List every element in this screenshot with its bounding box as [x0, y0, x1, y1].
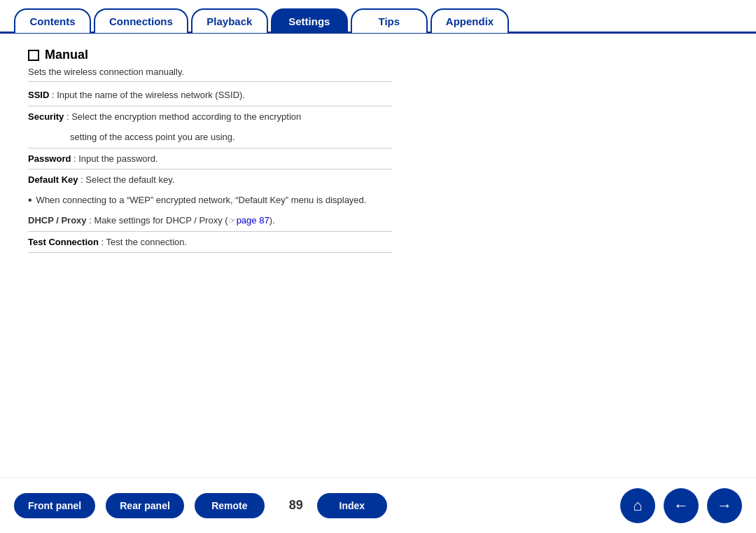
navigation-tabs: Contents Connections Playback Settings T…: [0, 0, 756, 34]
tab-connections[interactable]: Connections: [94, 8, 188, 33]
default-key-row: Default Key : Select the default key.: [28, 169, 392, 191]
page-title: Manual: [28, 48, 392, 62]
password-row: Password : Input the password.: [28, 148, 392, 170]
security-row: Security : Select the encryption method …: [28, 106, 392, 127]
dhcp-text: : Make settings for DHCP / Proxy (: [87, 215, 228, 226]
bottom-bar: Front panel Rear panel Remote 89 Index ⌂…: [0, 477, 756, 533]
tab-settings[interactable]: Settings: [271, 8, 348, 33]
page-number: 89: [289, 498, 303, 513]
rear-panel-button[interactable]: Rear panel: [106, 493, 184, 518]
tab-contents[interactable]: Contents: [14, 8, 91, 33]
security-label: Security: [28, 111, 64, 122]
tab-tips[interactable]: Tips: [351, 8, 428, 33]
forward-icon: →: [717, 497, 732, 515]
page-icon: ☞: [228, 215, 235, 227]
checkbox-icon: [28, 50, 39, 61]
back-button[interactable]: ←: [664, 488, 699, 523]
remote-button[interactable]: Remote: [195, 493, 265, 518]
subtitle: Sets the wireless connection manually.: [28, 67, 392, 82]
dhcp-link[interactable]: page 87: [237, 215, 270, 226]
dhcp-close: ).: [270, 215, 275, 226]
bottom-right-icons: ⌂ ← →: [620, 488, 742, 523]
password-text: : Input the password.: [71, 153, 158, 164]
main-content: Manual Sets the wireless connection manu…: [0, 34, 420, 267]
default-key-text: : Select the default key.: [78, 174, 175, 185]
ssid-row: SSID : Input the name of the wireless ne…: [28, 85, 392, 106]
bullet-icon: •: [28, 193, 32, 208]
dhcp-row: DHCP / Proxy : Make settings for DHCP / …: [28, 210, 392, 232]
test-connection-label: Test Connection: [28, 237, 99, 247]
home-button[interactable]: ⌂: [620, 488, 655, 523]
bullet-text: When connecting to a “WEP” encrypted net…: [36, 193, 367, 207]
tab-appendix[interactable]: Appendix: [430, 8, 509, 33]
index-button[interactable]: Index: [317, 493, 387, 518]
security-text2: setting of the access point you are usin…: [28, 127, 392, 148]
forward-button[interactable]: →: [707, 488, 742, 523]
ssid-text: : Input the name of the wireless network…: [49, 90, 245, 100]
bullet-row: • When connecting to a “WEP” encrypted n…: [28, 191, 392, 211]
ssid-label: SSID: [28, 90, 49, 100]
home-icon: ⌂: [633, 497, 642, 515]
password-label: Password: [28, 153, 71, 164]
test-connection-text: : Test the connection.: [99, 237, 187, 247]
front-panel-button[interactable]: Front panel: [14, 493, 95, 518]
dhcp-label: DHCP / Proxy: [28, 215, 87, 226]
default-key-label: Default Key: [28, 174, 78, 185]
tab-playback[interactable]: Playback: [191, 8, 268, 33]
security-text: : Select the encryption method according…: [64, 111, 301, 122]
back-icon: ←: [673, 497, 689, 515]
test-connection-row: Test Connection : Test the connection.: [28, 232, 392, 254]
